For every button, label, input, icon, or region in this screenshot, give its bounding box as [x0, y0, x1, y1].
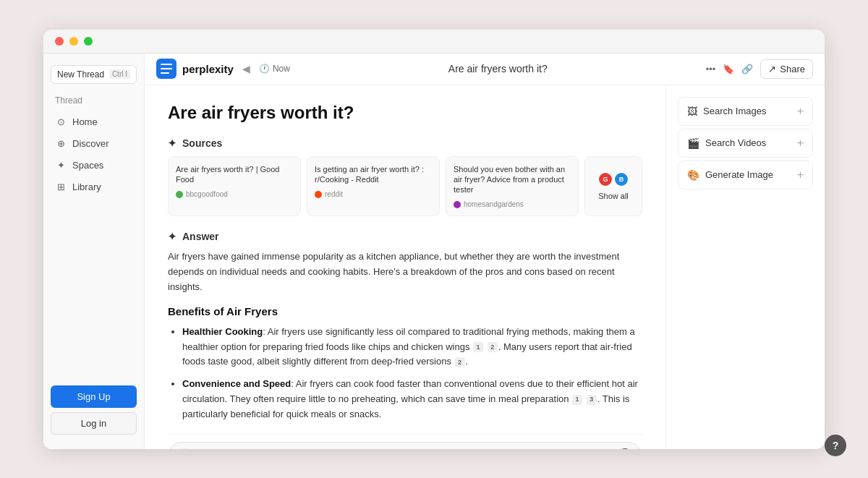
sidebar-item-label-spaces: Spaces — [72, 160, 103, 171]
discover-icon: ⊕ — [55, 138, 67, 150]
sources-label: Sources — [182, 137, 222, 149]
sources-header: ✦ Sources — [168, 137, 642, 149]
share-button[interactable]: ↗ Share — [760, 59, 813, 79]
now-badge: 🕐 Now — [259, 64, 290, 74]
generate-image-label: Generate Image — [705, 169, 773, 180]
sidebar-item-home[interactable]: ⊙ Home — [49, 111, 138, 133]
link-button[interactable]: 🔗 — [741, 64, 753, 74]
search-images-label: Search Images — [703, 106, 766, 116]
right-panel: 🖼 Search Images + 🎬 Search Videos + — [665, 85, 825, 449]
signup-button[interactable]: Sign Up — [51, 385, 137, 408]
new-thread-shortcut: Ctrl I — [109, 69, 130, 79]
answer-label: Answer — [182, 231, 219, 242]
content-area: Are air fryers worth it? ✦ Sources Are a… — [145, 85, 825, 449]
source-title-1: Is getting an air fryer worth it? : r/Co… — [315, 164, 432, 185]
generate-image-plus: + — [797, 168, 804, 182]
sidebar-item-label-discover: Discover — [72, 138, 109, 149]
now-label: Now — [273, 64, 290, 74]
benefit-term-0: Healthier Cooking — [182, 326, 263, 337]
search-videos-label: Search Videos — [705, 137, 766, 148]
sidebar-item-discover[interactable]: ⊕ Discover — [49, 133, 138, 155]
new-thread-button[interactable]: New Thread Ctrl I — [51, 65, 137, 84]
favicon-dot-1 — [315, 191, 322, 198]
sidebar-item-label-home: Home — [72, 116, 98, 127]
citation-0-3: 2 — [455, 357, 465, 367]
help-button[interactable]: ? — [825, 435, 846, 456]
input-right: Pro ↑ — [589, 448, 633, 449]
sidebar-item-library[interactable]: ⊞ Library — [49, 176, 138, 198]
show-all-card[interactable]: G B Show all — [584, 156, 642, 217]
main-content: Are air fryers worth it? ✦ Sources Are a… — [145, 85, 665, 449]
answer-icon: ✦ — [168, 231, 176, 242]
search-images-left: 🖼 Search Images — [687, 106, 766, 117]
source-card-1[interactable]: Is getting an air fryer worth it? : r/Co… — [307, 156, 440, 217]
header-actions: ••• 🔖 🔗 ↗ Share — [706, 59, 813, 79]
sidebar-item-label-library: Library — [72, 182, 101, 192]
search-images-plus: + — [797, 105, 804, 118]
clock-icon: 🕐 — [259, 64, 270, 74]
source-site-0: bbcgoodfood — [176, 190, 293, 198]
home-icon: ⊙ — [55, 116, 67, 128]
more-dots: ••• — [706, 64, 716, 74]
favicon-dot-2 — [454, 201, 461, 208]
sources-grid: Are air fryers worth it? | Good Food bbc… — [168, 156, 642, 217]
avatar-group: G B — [597, 171, 629, 187]
question-title: Are air fryers worth it? — [168, 103, 642, 123]
source-card-2[interactable]: Should you even bother with an air fryer… — [446, 156, 579, 217]
benefit-item-1: Convenience and Speed: Air fryers can co… — [182, 377, 642, 422]
benefit-item-0: Healthier Cooking: Air fryers use signif… — [182, 325, 642, 370]
source-site-2: homesandgardens — [454, 200, 571, 208]
citation-1-1: 1 — [572, 395, 582, 405]
benefits-title: Benefits of Air Fryers — [168, 305, 642, 317]
page-title: Are air fryers worth it? — [448, 63, 548, 74]
citation-1-2: 3 — [587, 395, 597, 405]
avatar-0: G — [597, 171, 613, 187]
bookmark-button[interactable]: 🔖 — [723, 64, 734, 74]
benefit-term-1: Convenience and Speed — [182, 378, 291, 389]
traffic-light-green[interactable] — [84, 37, 93, 46]
source-site-1: reddit — [315, 190, 432, 198]
input-wrapper: + Pro ↑ — [168, 442, 642, 449]
answer-section: ✦ Answer Air fryers have gained immense … — [168, 231, 642, 422]
search-videos-left: 🎬 Search Videos — [687, 137, 766, 149]
show-all-label: Show all — [598, 192, 629, 200]
answer-intro-text: Air fryers have gained immense popularit… — [168, 249, 642, 294]
collapse-button[interactable]: ◀ — [239, 60, 253, 77]
sources-icon: ✦ — [168, 137, 176, 149]
sidebar-bottom: Sign Up Log in — [43, 378, 144, 442]
sidebar-item-spaces[interactable]: ✦ Spaces — [49, 155, 138, 176]
answer-header: ✦ Answer — [168, 231, 642, 242]
traffic-light-red[interactable] — [55, 37, 64, 46]
spaces-icon: ✦ — [55, 160, 67, 171]
source-title-0: Are air fryers worth it? | Good Food — [176, 164, 293, 185]
app-logo: perplexity — [156, 59, 234, 79]
favicon-dot-0 — [176, 191, 183, 198]
source-title-2: Should you even bother with an air fryer… — [454, 164, 571, 195]
new-thread-label: New Thread — [57, 69, 104, 80]
share-label: Share — [780, 64, 805, 74]
input-bar-area: + Pro ↑ — [168, 434, 642, 449]
app-name: perplexity — [182, 63, 234, 75]
source-card-0[interactable]: Are air fryers worth it? | Good Food bbc… — [168, 156, 301, 217]
thread-section-label: Thread — [43, 93, 144, 111]
add-attachment-button[interactable]: + — [177, 448, 193, 449]
citation-0-2: 2 — [488, 342, 498, 352]
avatar-1: B — [613, 171, 629, 187]
sidebar-nav: ⊙ Home ⊕ Discover ✦ Spaces ⊞ Library — [43, 111, 144, 378]
sidebar: New Thread Ctrl I Thread ⊙ Home ⊕ Discov… — [43, 54, 145, 449]
search-videos-button[interactable]: 🎬 Search Videos + — [678, 129, 813, 158]
search-videos-plus: + — [797, 137, 804, 150]
main-area: perplexity ◀ 🕐 Now Are air fryers worth … — [145, 54, 825, 449]
search-images-button[interactable]: 🖼 Search Images + — [678, 97, 813, 126]
send-button[interactable]: ↑ — [617, 448, 633, 449]
generate-image-button[interactable]: 🎨 Generate Image + — [678, 161, 813, 189]
more-options-button[interactable]: ••• — [706, 64, 716, 74]
library-icon: ⊞ — [55, 182, 67, 193]
generate-image-left: 🎨 Generate Image — [687, 169, 773, 181]
main-header: perplexity ◀ 🕐 Now Are air fryers worth … — [145, 54, 825, 85]
sources-section: ✦ Sources Are air fryers worth it? | Goo… — [168, 137, 642, 217]
login-button[interactable]: Log in — [51, 412, 137, 435]
video-icon: 🎬 — [687, 137, 699, 149]
citation-0-1: 1 — [473, 342, 483, 352]
traffic-light-yellow[interactable] — [69, 37, 78, 46]
